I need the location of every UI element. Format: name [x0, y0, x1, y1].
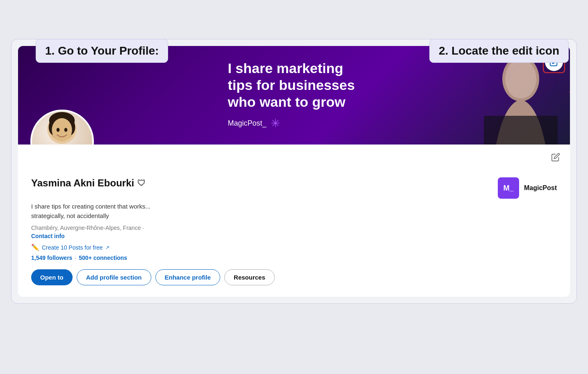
company-badge: M_ MagicPost	[498, 177, 557, 199]
open-to-button[interactable]: Open to	[31, 269, 73, 285]
step-2-label: 2. Locate the edit icon	[429, 39, 569, 63]
banner-headline: I share marketingtips for businesseswho …	[228, 60, 355, 110]
stats-row: 1,549 followers · 500+ connections	[31, 255, 557, 261]
svg-point-9	[52, 118, 72, 142]
brand-star: ✳	[271, 117, 280, 131]
resources-button[interactable]: Resources	[224, 269, 275, 285]
profile-edit-pencil-button[interactable]	[551, 153, 560, 163]
followers-count[interactable]: 1,549 followers	[31, 255, 72, 261]
cta-link[interactable]: ✏️ Create 10 Posts for free ↗	[31, 243, 557, 251]
external-link-icon: ↗	[105, 245, 109, 250]
action-buttons: Open to Add profile section Enhance prof…	[31, 269, 557, 285]
enhance-profile-button[interactable]: Enhance profile	[155, 269, 221, 285]
svg-point-11	[64, 128, 68, 132]
contact-info-link[interactable]: Contact info	[31, 233, 557, 239]
company-name: MagicPost	[524, 184, 557, 192]
name-section: Yasmina Akni Ebourki 🛡	[31, 177, 481, 189]
svg-point-10	[57, 128, 60, 132]
profile-card-wrapper: I share marketingtips for businesseswho …	[11, 39, 577, 304]
banner-text-block: I share marketingtips for businesseswho …	[228, 60, 355, 130]
profile-location: Chambéry, Auvergne-Rhône-Alpes, France ·	[31, 225, 557, 231]
profile-name: Yasmina Akni Ebourki 🛡	[31, 177, 481, 189]
profile-card: I share marketingtips for businesseswho …	[18, 46, 570, 297]
connections-count[interactable]: 500+ connections	[79, 255, 127, 261]
company-logo[interactable]: M_	[498, 177, 519, 199]
banner-brand: MagicPost_ ✳	[228, 117, 355, 131]
profile-body: Yasmina Akni Ebourki 🛡 M_ MagicPost I sh…	[18, 145, 570, 297]
name-row: Yasmina Akni Ebourki 🛡 M_ MagicPost	[31, 177, 557, 199]
brand-name: MagicPost_	[228, 119, 266, 128]
stats-separator: ·	[75, 255, 76, 261]
name-text: Yasmina Akni Ebourki	[31, 177, 134, 189]
add-profile-button[interactable]: Add profile section	[77, 269, 151, 285]
svg-rect-2	[484, 116, 558, 145]
bio-line1: I share tips for creating content that w…	[31, 203, 150, 210]
bio-line2: strategically, not accidentally	[31, 212, 109, 219]
cta-icon: ✏️	[31, 243, 39, 251]
step-1-label: 1. Go to Your Profile:	[36, 39, 168, 63]
profile-bio: I share tips for creating content that w…	[31, 202, 557, 220]
cta-label: Create 10 Posts for free	[42, 244, 103, 251]
avatar	[30, 110, 94, 145]
svg-point-1	[505, 59, 536, 99]
verified-badge: 🛡	[137, 179, 146, 188]
location-text: Chambéry, Auvergne-Rhône-Alpes, France ·	[31, 225, 144, 231]
